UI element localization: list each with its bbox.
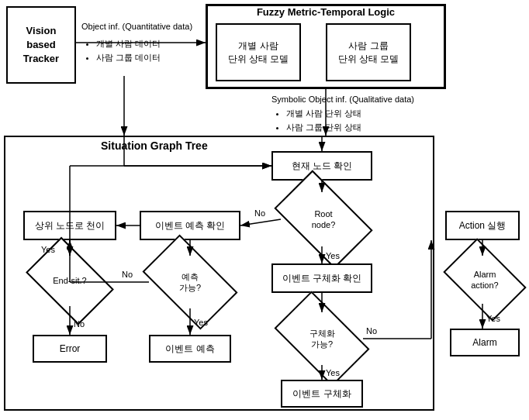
group-model-box: 사람 그룹 단위 상태 모델 (326, 23, 411, 81)
event-concrete-action-box: 이벤트 구체화 (281, 380, 363, 408)
situation-graph-title: Situation Graph Tree (101, 139, 208, 152)
error-box: Error (33, 335, 107, 363)
alarm-action-diamond: Alarm action? (450, 256, 520, 304)
diagram: Vision based Tracker Fuzzy Metric-Tempor… (0, 0, 529, 420)
concrete-possible-diamond: 구체화 가능? (281, 312, 363, 365)
group-state-item: 사람 그룹 단위 상태 (286, 121, 361, 135)
event-predict-check-box: 이벤트 예측 확인 (140, 211, 240, 240)
event-concrete-check-box: 이벤트 구체화 확인 (271, 263, 372, 293)
alarm-box: Alarm (450, 329, 520, 356)
data-list: 개별 사람 데이터 사람 그룹 데이터 (85, 37, 161, 64)
individual-data-item: 개별 사람 데이터 (96, 37, 161, 51)
predict-possible-diamond: 예측 가능? (149, 256, 231, 308)
action-exec-box: Action 실행 (445, 211, 520, 240)
end-sit-diamond: End-sit.? (33, 256, 107, 306)
upper-node-box: 상위 노드로 천이 (23, 211, 116, 240)
event-predict-action-box: 이벤트 예측 (149, 335, 231, 363)
individual-state-item: 개별 사람 단위 상태 (286, 107, 361, 121)
symbolic-data-list: 개별 사람 단위 상태 사람 그룹 단위 상태 (275, 107, 361, 134)
root-node-diamond: Root node? (281, 192, 366, 246)
object-inf-label: Object inf. (Quantitative data) (81, 22, 192, 31)
vision-tracker-label: Vision based Tracker (23, 24, 59, 67)
symbolic-inf-label: Symbolic Object inf. (Qualitative data) (271, 95, 414, 104)
current-node-box: 현재 노드 확인 (271, 151, 372, 181)
individual-model-box: 개별 사람 단위 상태 모델 (216, 23, 301, 81)
fuzzy-title: Fuzzy Metric-Temporal Logic (209, 6, 442, 18)
group-data-item: 사람 그룹 데이터 (96, 51, 161, 65)
vision-tracker-box: Vision based Tracker (6, 6, 76, 84)
